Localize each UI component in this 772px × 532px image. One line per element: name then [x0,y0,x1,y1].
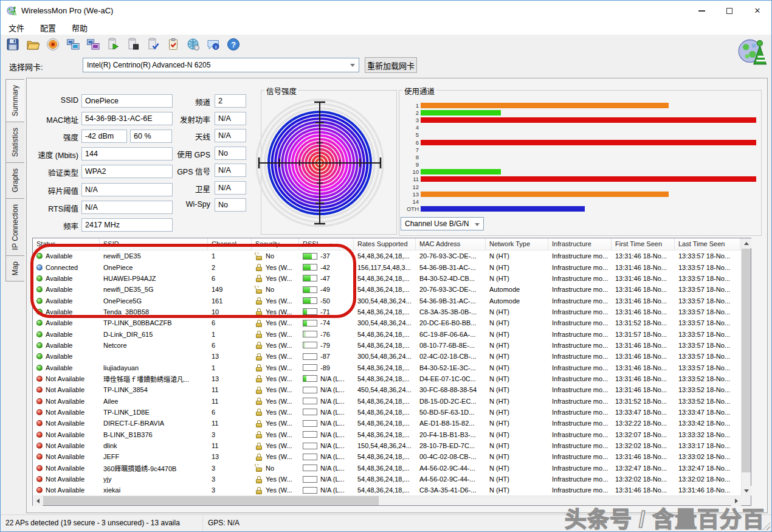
signal-strength-title: 信号强度 [264,85,298,97]
lock-icon [255,263,263,271]
scroll-down-button[interactable] [742,486,751,496]
status-icon [36,253,43,259]
vertical-scrollbar[interactable] [741,238,751,496]
vertical-scroll-thumb[interactable] [742,249,751,472]
table-row[interactable]: Not Available TP-LINK_1D8E 6 Yes (W... N… [33,407,741,418]
table-row[interactable]: Not Available xiekai 3 Yes (W... N/A (L.… [33,485,741,496]
scroll-right-button[interactable] [731,496,741,506]
status-icon [36,465,43,471]
table-row[interactable]: Available D-Link_DIR_615 1 Yes (W... -76… [33,328,741,339]
unlock-icon [255,464,263,472]
export-graph-blue-button[interactable] [64,37,81,54]
field--gps[interactable]: No [215,147,246,160]
table-row[interactable]: Not Available JEFF 13 Yes (W... N/A (L..… [33,451,741,462]
web-update-button[interactable] [185,37,202,54]
column-header-ssid[interactable]: SSID [100,238,208,250]
resize-grip[interactable] [762,522,770,530]
table-row[interactable]: Available liujiadayuan 1 Yes (W... -89 5… [33,362,741,373]
field-gps-[interactable]: N/A [215,164,246,177]
field-label: MAC地址 [16,114,78,125]
report-verify-button[interactable] [145,37,162,54]
status-icon [36,275,43,282]
notes-button[interactable] [165,37,182,54]
table-row[interactable]: Not Available DIRECT-LF-BRAVIA 11 Yes (W… [33,418,741,429]
report-start-button[interactable] [105,37,122,54]
table-row[interactable]: Not Available 璋佺牬瑙ｆ墦鐨勭綉缁滄凡... 13 Yes (W.… [33,373,741,384]
adapter-value: Intel(R) Centrino(R) Advanced-N 6205 [87,61,210,69]
minimize-button[interactable] [688,1,715,21]
close-icon: ✕ [754,7,761,15]
column-header-security[interactable]: Security [252,238,299,250]
channel-usage-bar [421,206,585,212]
table-row[interactable]: Available newifi_DE35_5G 149 No -49 54,4… [33,284,741,295]
record-button[interactable] [44,37,61,54]
field--[interactable]: N/A [215,129,246,142]
table-row[interactable]: Not Available yjy 3 Yes (W... N/A (L... … [33,474,741,485]
column-header-last-time-seen[interactable]: Last Time Seen [675,238,740,250]
rssi-bar [303,454,317,460]
column-header-channel[interactable]: Channel [208,238,252,250]
close-button[interactable]: ✕ [743,1,771,21]
lock-icon [255,420,263,427]
field--[interactable]: N/A [215,181,246,195]
report-stop-button[interactable] [125,37,142,54]
svg-text:i: i [215,44,216,50]
table-row[interactable]: Available TP-LINK_B0BBACZFB 6 Yes (W... … [33,317,741,328]
channel-label: 6 [403,139,421,146]
column-header-infrastructure[interactable]: Infrastructure [548,238,612,250]
lock-icon [255,397,263,405]
table-row[interactable]: Connected OnePiece 2 Yes (W... -42 156,1… [33,261,741,272]
save-button[interactable] [4,37,21,54]
reload-adapter-button[interactable]: 重新加载网卡 [365,57,417,73]
column-header-rates-supported[interactable]: Rates Supported [354,238,416,250]
feedback-button[interactable]: i [205,37,222,54]
feedback-icon: i [206,37,221,54]
lock-icon [255,375,263,382]
column-header-first-time-seen[interactable]: First Time Seen [612,238,675,250]
table-row[interactable]: Available 13 Yes (W... -87 300,54,48,36,… [33,351,741,362]
table-body: Available newifi_DE35 1 No -37 54,48,36,… [33,250,741,496]
column-header-network-type[interactable]: Network Type [486,238,548,250]
field--[interactable]: N/A [215,112,246,125]
channel-usage-bar [421,176,756,182]
column-header-rssi[interactable]: RSSI▲ [299,238,354,250]
scroll-left-button[interactable] [33,496,43,506]
table-row[interactable]: Not Available dlink 11 Yes (W... N/A (L.… [33,440,741,451]
tab-map[interactable]: Map [5,255,24,282]
field-强度[interactable]: -42 dBm [81,130,127,143]
status-icon [36,309,43,315]
open-button[interactable] [24,37,41,54]
scroll-up-button[interactable] [742,238,751,248]
channel-label: 1 [403,102,421,109]
horizontal-scrollbar[interactable] [33,496,741,505]
field-wi-spy[interactable]: No [215,198,246,212]
table-row[interactable]: Not Available Ailee 11 Yes (W... N/A (L.… [33,395,741,406]
field-label: 卫星 [148,183,210,195]
rssi-bar [303,465,317,471]
column-header-mac-address[interactable]: MAC Address [416,238,486,250]
channel-bar-row: 4 [403,124,756,131]
table-row[interactable]: Not Available B-LINK_B1B376 3 Yes (W... … [33,429,741,440]
menu-configure[interactable]: 配置 [32,20,64,35]
lock-icon [255,442,263,450]
table-row[interactable]: Not Available 360鎽曞摜婚绣-9c4470B 3 No N/A … [33,463,741,474]
channel-use-select[interactable]: Channel Use B/G/N [401,217,484,230]
table-row[interactable]: Available OnePiece5G 161 Yes (W... -50 3… [33,295,741,306]
table-row[interactable]: Available newifi_DE35 1 No -37 54,48,36,… [33,250,741,261]
horizontal-scroll-thumb[interactable] [43,496,379,505]
maximize-button[interactable] [715,1,743,21]
table-row[interactable]: Available HUAWEI-P94AJZ 6 Yes (W... -47 … [33,273,741,284]
adapter-select[interactable]: Intel(R) Centrino(R) Advanced-N 6205 [83,58,359,72]
report-verify-icon [146,37,160,54]
table-row[interactable]: Available Tenda_3B0B58 10 Yes (W... -71 … [33,306,741,317]
export-graph-purple-button[interactable] [84,37,102,54]
menu-help[interactable]: 帮助 [64,20,95,35]
column-header-status[interactable]: Status [33,238,100,250]
field--[interactable]: 2 [215,94,246,108]
status-icon [36,420,43,426]
table-row[interactable]: Not Available TP-LINK_3854 11 Yes (W... … [33,384,741,395]
field--[interactable]: 2417 MHz [81,218,173,232]
menu-file[interactable]: 文件 [1,20,32,35]
help-button[interactable]: ? [225,37,242,54]
table-row[interactable]: Available Netcore 6 Yes (W... -79 54,48,… [33,340,741,351]
